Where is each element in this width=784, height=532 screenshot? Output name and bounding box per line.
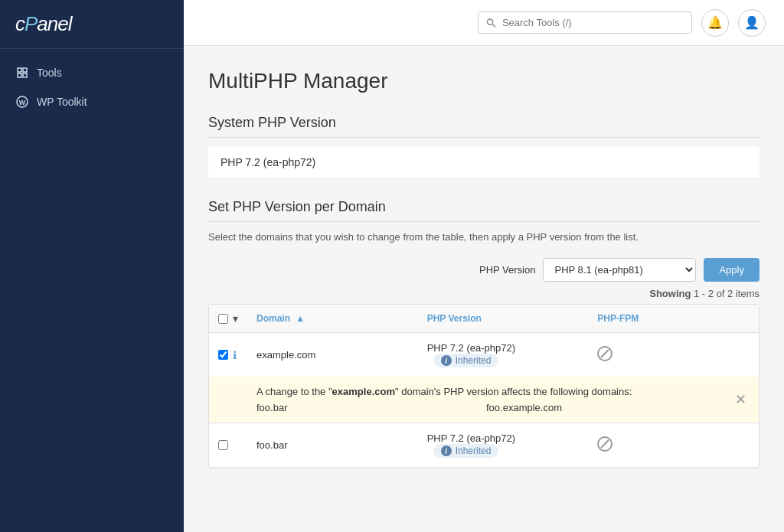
sidebar-item-tools[interactable]: Tools [0, 58, 184, 87]
sidebar-item-wp-toolkit[interactable]: W WP Toolkit [0, 87, 184, 116]
affected-domain-1: foo.bar [256, 402, 483, 413]
php-fpm-cell-foobar [588, 427, 759, 463]
php-version-value-example: PHP 7.2 (ea-php72) [427, 342, 515, 354]
sidebar-item-wp-toolkit-label: WP Toolkit [37, 96, 87, 108]
sidebar-nav: Tools W WP Toolkit [0, 49, 184, 126]
search-box[interactable] [478, 11, 692, 34]
inherited-info-icon: i [441, 355, 452, 366]
php-fpm-disabled-icon-foobar [597, 436, 612, 452]
sidebar-item-tools-label: Tools [37, 67, 62, 79]
svg-line-3 [492, 24, 495, 27]
main-wrapper: 🔔 👤 MultiPHP Manager System PHP Version … [184, 0, 784, 532]
apply-button[interactable]: Apply [704, 258, 760, 282]
php-version-label: PHP Version [479, 264, 535, 276]
row-checkbox-cell-foobar [209, 431, 247, 459]
sidebar: cPanel Tools W WP Toolkit [0, 0, 184, 532]
sidebar-logo: cPanel [0, 0, 184, 49]
sort-arrow-icon: ▲ [296, 313, 305, 324]
showing-label: Showing [649, 288, 691, 299]
svg-point-2 [487, 18, 492, 24]
php-version-value-foobar: PHP 7.2 (ea-php72) [427, 432, 515, 444]
domain-table: ▾ Domain ▲ PHP Version PHP-FPM ℹ [208, 304, 760, 468]
domain-cell-foobar: foo.bar [247, 430, 418, 460]
php-fpm-cell-example [588, 337, 759, 373]
page-title: MultiPHP Manager [208, 69, 760, 93]
system-php-value: PHP 7.2 (ea-php72) [208, 147, 760, 178]
table-header: ▾ Domain ▲ PHP Version PHP-FPM [209, 305, 759, 333]
header: 🔔 👤 [184, 0, 784, 46]
table-row: foo.bar PHP 7.2 (ea-php72) i Inherited [209, 423, 759, 468]
info-message: A change to the "example.com" domain's P… [256, 386, 713, 397]
bell-icon: 🔔 [707, 15, 723, 30]
info-expanded-row: A change to the "example.com" domain's P… [209, 377, 759, 423]
inherited-badge-example: i Inherited [433, 354, 499, 367]
system-php-section-title: System PHP Version [208, 115, 760, 138]
select-all-checkbox[interactable] [218, 314, 228, 324]
php-version-cell-example: PHP 7.2 (ea-php72) i Inherited [418, 333, 589, 377]
php-version-select[interactable]: PHP 5.4 (ea-php54) PHP 5.5 (ea-php55) PH… [543, 258, 696, 282]
user-icon: 👤 [744, 15, 760, 30]
row-actions-icon[interactable]: ▾ [233, 312, 238, 325]
row-checkbox-example[interactable] [218, 350, 228, 360]
info-close-button[interactable]: ✕ [735, 391, 746, 408]
domain-cell-example: example.com [247, 340, 418, 370]
col-header-php-fpm[interactable]: PHP-FPM [588, 305, 759, 331]
domain-name-foobar: foo.bar [256, 439, 287, 451]
domain-name-example: example.com [256, 349, 315, 361]
cpanel-logo: cPanel [15, 12, 168, 36]
showing-range: 1 - 2 of 2 items [694, 288, 760, 299]
inherited-badge-foobar: i Inherited [433, 444, 499, 458]
php-version-cell-foobar: PHP 7.2 (ea-php72) i Inherited [418, 423, 589, 467]
content: MultiPHP Manager System PHP Version PHP … [184, 46, 784, 532]
svg-text:W: W [19, 99, 26, 106]
php-fpm-disabled-icon-example [597, 346, 612, 361]
wp-icon: W [15, 95, 29, 109]
header-checkbox-cell: ▾ [209, 305, 247, 332]
search-icon [486, 18, 496, 28]
info-icon-example[interactable]: ℹ [233, 349, 237, 361]
tools-icon [15, 66, 29, 80]
row-checkbox-foobar[interactable] [218, 440, 228, 450]
affected-domain-name: example.com [332, 386, 395, 397]
table-row: ℹ example.com PHP 7.2 (ea-php72) i Inher… [209, 333, 759, 377]
col-domain-label: Domain [256, 313, 290, 324]
affected-domains-grid: foo.bar foo.example.com [256, 402, 713, 413]
user-menu-button[interactable]: 👤 [738, 9, 766, 37]
inherited-info-icon-foobar: i [441, 446, 452, 456]
row-checkbox-cell-example: ℹ [209, 340, 247, 370]
set-description: Select the domains that you wish to chan… [208, 231, 760, 243]
notification-button[interactable]: 🔔 [701, 9, 729, 37]
inherited-label-example: Inherited [456, 355, 492, 366]
inherited-label-foobar: Inherited [456, 446, 492, 456]
set-php-section-title: Set PHP Version per Domain [208, 199, 760, 222]
affected-domain-2: foo.example.com [486, 402, 713, 413]
col-header-php-version[interactable]: PHP Version [418, 305, 589, 331]
col-header-domain[interactable]: Domain ▲ [247, 305, 418, 331]
showing-text: Showing 1 - 2 of 2 items [208, 288, 760, 299]
php-version-row: PHP Version PHP 5.4 (ea-php54) PHP 5.5 (… [208, 258, 760, 282]
search-input[interactable] [502, 17, 684, 28]
